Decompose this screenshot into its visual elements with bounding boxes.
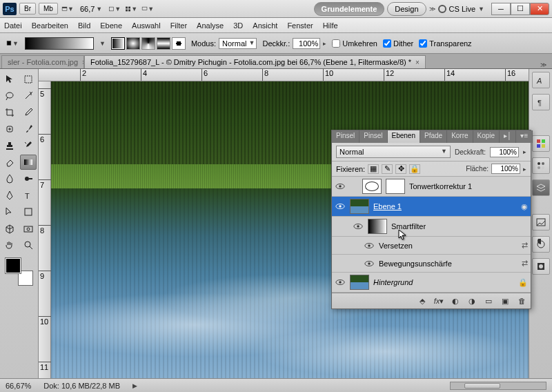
dodge-tool[interactable]: [20, 171, 37, 186]
blur-tool[interactable]: [1, 171, 18, 186]
eraser-tool[interactable]: [1, 155, 18, 170]
layer-row[interactable]: Versetzen ⇄: [332, 237, 531, 255]
link-layers-icon[interactable]: ⬘: [416, 295, 428, 306]
menu-hilfe[interactable]: Hilfe: [323, 21, 338, 30]
shape-tool[interactable]: [20, 204, 37, 219]
group-icon[interactable]: ▭: [482, 295, 495, 306]
paragraph-panel-icon[interactable]: ¶: [532, 94, 550, 110]
tabs-overflow-icon[interactable]: ≫: [536, 61, 551, 68]
lock-all-icon[interactable]: 🔒: [409, 164, 420, 174]
menu-ansicht[interactable]: Ansicht: [253, 21, 277, 30]
brush-tool[interactable]: [20, 121, 37, 137]
gradient-preview[interactable]: [25, 37, 94, 50]
menu-datei[interactable]: Datei: [4, 21, 22, 30]
marquee-tool[interactable]: [20, 72, 37, 87]
menu-ebene[interactable]: Ebene: [100, 21, 122, 30]
lock-transparency-icon[interactable]: ▦: [368, 164, 379, 174]
workspace-more-icon[interactable]: ≫: [429, 6, 435, 12]
gradient-tool[interactable]: [20, 155, 37, 170]
crop-tool[interactable]: [1, 105, 18, 120]
opacity-input[interactable]: 100%: [293, 38, 320, 49]
lock-position-icon[interactable]: ✥: [395, 164, 406, 174]
history-brush-tool[interactable]: [20, 138, 37, 153]
visibility-icon[interactable]: [364, 241, 375, 251]
fg-color[interactable]: [6, 258, 21, 273]
ruler-vertical[interactable]: 5 6 7 8 9 10 11: [39, 81, 51, 378]
view-extras-icon[interactable]: ▼: [108, 3, 121, 15]
path-select-tool[interactable]: [1, 204, 18, 219]
pen-tool[interactable]: [1, 188, 18, 203]
menu-3d[interactable]: 3D: [233, 21, 243, 30]
layer-row[interactable]: Bewegungsunschärfe ⇄: [332, 255, 531, 273]
workspace-design[interactable]: Design: [387, 2, 426, 16]
filter-blend-icon[interactable]: ⇄: [522, 241, 528, 250]
visibility-icon[interactable]: [335, 202, 346, 211]
mode-select[interactable]: Normal ▼: [219, 38, 257, 49]
layers-panel-icon[interactable]: [532, 179, 550, 196]
tab-pinsel2[interactable]: Pinsel: [359, 130, 387, 143]
reverse-checkbox[interactable]: Umkehren: [332, 39, 377, 48]
cslive-button[interactable]: CS Live▼: [438, 5, 484, 13]
layer-row[interactable]: Tonwertkorrektur 1: [332, 177, 531, 197]
character-panel-icon[interactable]: A: [532, 72, 550, 88]
minibridge-button[interactable]: Mb: [39, 3, 58, 14]
status-menu-icon[interactable]: ▶: [132, 382, 137, 389]
ruler-horizontal[interactable]: 2 4 6 8 10 12 14 16: [39, 69, 529, 81]
menu-filter[interactable]: Filter: [170, 21, 187, 30]
navigator-panel-icon[interactable]: [532, 214, 550, 231]
gradient-diamond[interactable]: [172, 37, 186, 50]
visibility-icon[interactable]: [335, 277, 346, 287]
menu-fenster[interactable]: Fenster: [287, 21, 313, 30]
gradient-linear[interactable]: [111, 37, 125, 50]
menu-bearbeiten[interactable]: Bearbeiten: [32, 21, 68, 30]
type-tool[interactable]: T: [20, 188, 37, 203]
status-zoom[interactable]: 66,67%: [6, 382, 31, 390]
maximize-button[interactable]: ☐: [511, 3, 530, 15]
adjustment-layer-icon[interactable]: ◑: [466, 295, 478, 306]
lasso-tool[interactable]: [1, 88, 18, 104]
panel-menu-icon[interactable]: ▾≡: [516, 130, 533, 143]
status-doc[interactable]: Dok: 10,6 MB/22,8 MB: [43, 382, 120, 390]
eyedropper-tool[interactable]: [20, 105, 37, 120]
layer-row-selected[interactable]: Ebene 1 ◉: [332, 197, 531, 217]
wand-tool[interactable]: [20, 88, 37, 104]
layer-row[interactable]: Smartfilter: [332, 217, 531, 237]
tab-kopie[interactable]: Kopie: [473, 130, 500, 143]
camera-tool[interactable]: [20, 221, 37, 236]
masks-panel-icon[interactable]: [532, 258, 550, 275]
zoom-display[interactable]: 66,7▼: [77, 5, 105, 13]
close-icon[interactable]: ×: [415, 59, 420, 66]
tab-ebenen[interactable]: Ebenen: [388, 130, 420, 143]
screen-icon[interactable]: ▼: [141, 3, 155, 15]
swatches-panel-icon[interactable]: [532, 135, 550, 152]
zoom-tool[interactable]: [20, 237, 37, 253]
tool-preset-icon[interactable]: ▼: [6, 37, 19, 50]
menu-bild[interactable]: Bild: [78, 21, 90, 30]
visibility-icon[interactable]: [364, 259, 375, 268]
transparency-checkbox[interactable]: Transparenz: [419, 39, 471, 48]
horizontal-scrollbar[interactable]: [450, 382, 546, 390]
hand-tool[interactable]: [1, 237, 18, 253]
arrange-icon[interactable]: ▼: [124, 3, 138, 15]
gradient-angle[interactable]: [141, 37, 155, 50]
color-swatches[interactable]: [6, 258, 33, 286]
styles-panel-icon[interactable]: [532, 157, 550, 174]
doc-tab-active[interactable]: Fotolia_15279687_L - © Dmitry Pichugin -…: [84, 55, 426, 68]
gradient-radial[interactable]: [126, 37, 140, 50]
tab-pinsel1[interactable]: Pinsel: [332, 130, 359, 143]
close-button[interactable]: ✕: [530, 3, 549, 15]
new-layer-icon[interactable]: ▣: [499, 295, 511, 306]
doc-tab-inactive[interactable]: sler - Fotolia.com.jpg×: [1, 55, 84, 68]
3d-tool[interactable]: [1, 221, 18, 236]
move-tool[interactable]: [1, 72, 18, 87]
filter-blend-icon[interactable]: ⇄: [522, 259, 528, 268]
layer-fx-icon[interactable]: fx▾: [433, 295, 445, 306]
heal-tool[interactable]: [1, 121, 18, 137]
minimize-button[interactable]: ─: [491, 3, 511, 15]
layer-opacity-input[interactable]: 100%: [490, 147, 519, 157]
workspace-grundelemente[interactable]: Grundelemente: [314, 2, 385, 16]
gradient-reflected[interactable]: [157, 37, 170, 50]
tab-pfade[interactable]: Pfade: [420, 130, 447, 143]
layer-fill-input[interactable]: 100%: [491, 164, 520, 174]
delete-layer-icon[interactable]: 🗑: [515, 295, 528, 306]
